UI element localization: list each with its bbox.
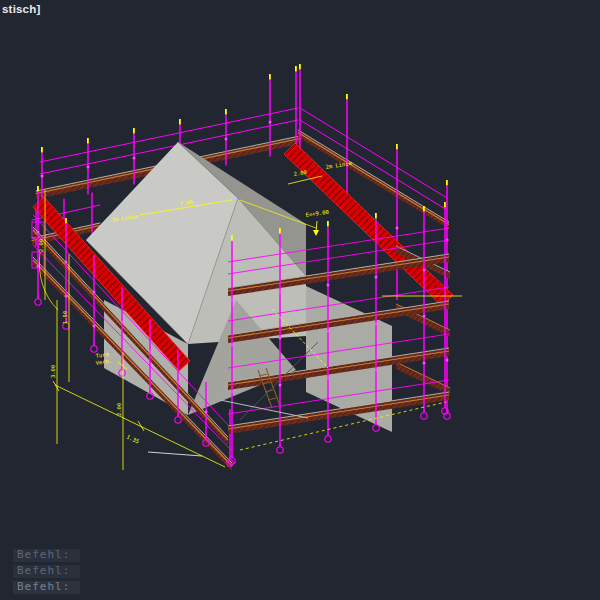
dim-left-4: 2.00 [116, 403, 122, 416]
command-line-3[interactable]: Befehl: [13, 581, 80, 594]
elevation-label: E=+9.00 [305, 209, 329, 218]
cad-application-window: stisch] [0, 0, 600, 600]
command-history: Befehl: Befehl: Befehl: [13, 549, 80, 594]
roof2-line-label: 2m Linie [325, 160, 352, 170]
roof2-line-value: 2.00 [293, 169, 307, 177]
dim-left-1: 2.00 [38, 239, 44, 252]
dim-left-3: 3.00 [50, 365, 56, 378]
command-line-1[interactable]: Befehl: [13, 549, 80, 562]
dim-base: 1.35 [126, 434, 141, 445]
command-line-2[interactable]: Befehl: [13, 565, 80, 578]
dim-left-2: 1.50 [62, 311, 68, 324]
model-viewport[interactable]: 2m Linie 7.00 2.00 2m Linie E=+9.00 2.00… [0, 0, 600, 600]
